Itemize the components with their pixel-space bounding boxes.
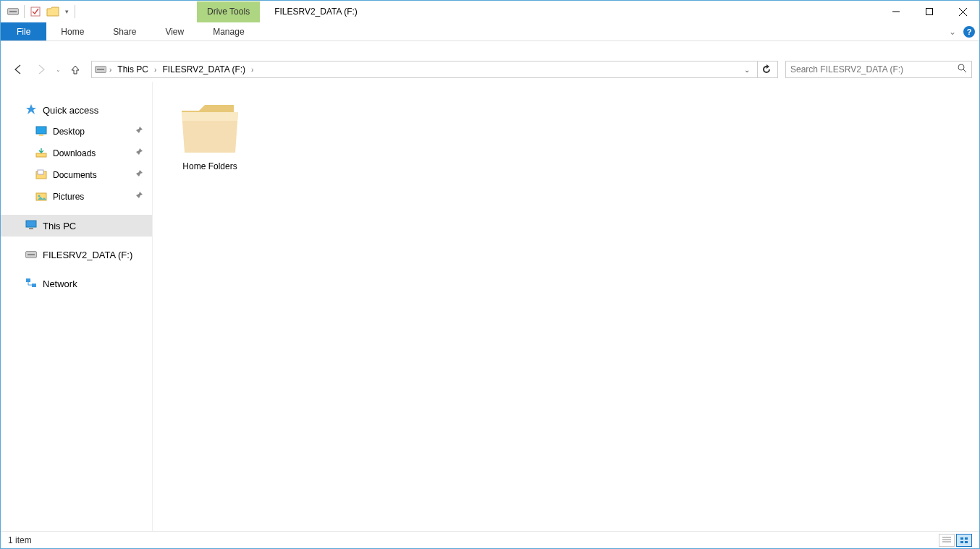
tab-home[interactable]: Home [46, 22, 98, 41]
contextual-tab-group-label: Drive Tools [197, 1, 260, 22]
item-count-label: 1 item [8, 535, 32, 545]
address-bar-right: ⌄ [741, 61, 774, 78]
svg-rect-22 [965, 537, 968, 540]
window-controls [879, 1, 979, 22]
svg-rect-11 [38, 170, 43, 174]
navigation-pane: Quick access Desktop Downloads Doc [1, 82, 153, 531]
ribbon-tab-row: File Home Share View Manage ⌄ ? [1, 22, 979, 41]
tab-share[interactable]: Share [98, 22, 151, 41]
close-button[interactable] [946, 1, 979, 22]
breadcrumb-current[interactable]: FILESRV2_DATA (F:) [159, 64, 248, 75]
folder-item[interactable]: Home Folders [170, 99, 250, 171]
sidebar-item-documents[interactable]: Documents [1, 164, 152, 186]
network-icon [25, 278, 37, 290]
pin-icon [135, 169, 143, 180]
sidebar-item-this-pc[interactable]: This PC [1, 215, 152, 237]
svg-rect-14 [26, 221, 36, 227]
sidebar-item-pictures[interactable]: Pictures [1, 186, 152, 208]
svg-point-5 [958, 64, 964, 70]
sidebar-item-drive[interactable]: FILESRV2_DATA (F:) [1, 244, 152, 265]
recent-locations-dropdown[interactable]: ⌄ [54, 67, 62, 73]
navigation-row: ⌄ › This PC › FILESRV2_DATA (F:) › ⌄ [1, 57, 979, 82]
folder-icon [177, 99, 242, 157]
view-switcher [939, 534, 972, 547]
system-drive-icon[interactable] [5, 4, 21, 20]
quick-access-toolbar: ▾ [1, 1, 81, 22]
sidebar-item-label: Pictures [53, 192, 84, 202]
separator [24, 5, 25, 18]
status-bar: 1 item [1, 531, 979, 548]
svg-rect-8 [39, 135, 43, 136]
separator [75, 5, 75, 18]
ribbon-right-controls: ⌄ ? [946, 22, 975, 41]
sidebar-item-label: This PC [43, 221, 76, 231]
sidebar-item-quick-access[interactable]: Quick access [1, 99, 152, 121]
documents-icon [35, 169, 47, 182]
sidebar-item-downloads[interactable]: Downloads [1, 142, 152, 164]
title-bar: ▾ Drive Tools FILESRV2_DATA (F:) [1, 1, 979, 22]
properties-icon[interactable] [28, 4, 43, 20]
sidebar-item-label: Quick access [43, 105, 98, 116]
maximize-button[interactable] [913, 1, 946, 22]
pin-icon [135, 191, 143, 202]
minimize-button[interactable] [879, 1, 913, 22]
svg-rect-24 [965, 541, 968, 543]
svg-line-6 [963, 69, 966, 72]
tab-file[interactable]: File [1, 22, 46, 41]
pictures-icon [35, 191, 47, 203]
ribbon-expand-icon[interactable]: ⌄ [946, 27, 959, 37]
computer-icon [25, 220, 37, 232]
help-icon[interactable]: ? [963, 26, 975, 38]
svg-point-13 [38, 195, 41, 197]
content-pane[interactable]: Home Folders [153, 82, 979, 531]
drive-icon [95, 66, 106, 73]
svg-rect-0 [31, 7, 40, 16]
downloads-icon [35, 148, 47, 160]
tab-manage[interactable]: Manage [198, 22, 258, 41]
forward-button[interactable] [31, 59, 51, 80]
svg-rect-21 [960, 537, 963, 540]
desktop-icon [35, 126, 47, 138]
refresh-button[interactable] [757, 61, 774, 78]
qat-customize-dropdown[interactable]: ▾ [62, 8, 72, 15]
window-title: FILESRV2_DATA (F:) [260, 7, 358, 17]
large-icons-view-button[interactable] [956, 534, 972, 547]
star-icon [25, 103, 37, 117]
ribbon-collapsed-band [1, 41, 979, 57]
folder-label: Home Folders [170, 161, 250, 171]
back-button[interactable] [8, 59, 28, 80]
chevron-right-icon[interactable]: › [109, 66, 111, 74]
search-icon[interactable] [958, 64, 967, 75]
sidebar-item-label: FILESRV2_DATA (F:) [43, 250, 132, 260]
drive-icon [25, 251, 37, 258]
address-bar[interactable]: › This PC › FILESRV2_DATA (F:) › ⌄ [91, 61, 778, 78]
svg-rect-9 [36, 153, 46, 157]
svg-rect-16 [26, 278, 30, 282]
work-area: Quick access Desktop Downloads Doc [1, 82, 979, 531]
sidebar-item-network[interactable]: Network [1, 273, 152, 294]
svg-rect-17 [32, 284, 36, 287]
pin-icon [135, 126, 143, 137]
pin-icon [135, 148, 143, 158]
breadcrumb-this-pc[interactable]: This PC [114, 64, 151, 75]
svg-rect-7 [36, 127, 46, 134]
sidebar-item-label: Documents [53, 170, 97, 180]
address-history-dropdown[interactable]: ⌄ [741, 66, 753, 74]
svg-rect-23 [960, 541, 963, 543]
sidebar-item-label: Downloads [53, 148, 96, 158]
up-button[interactable] [65, 59, 85, 80]
svg-rect-2 [926, 9, 933, 15]
details-view-button[interactable] [939, 534, 955, 547]
svg-rect-15 [29, 228, 33, 229]
search-box[interactable] [785, 61, 972, 78]
sidebar-item-label: Network [43, 278, 77, 289]
chevron-right-icon[interactable]: › [251, 66, 253, 74]
tab-view[interactable]: View [151, 22, 198, 41]
chevron-right-icon[interactable]: › [154, 66, 156, 74]
sidebar-item-desktop[interactable]: Desktop [1, 121, 152, 142]
sidebar-item-label: Desktop [53, 127, 85, 137]
search-input[interactable] [790, 64, 958, 75]
new-folder-icon[interactable] [45, 4, 61, 20]
